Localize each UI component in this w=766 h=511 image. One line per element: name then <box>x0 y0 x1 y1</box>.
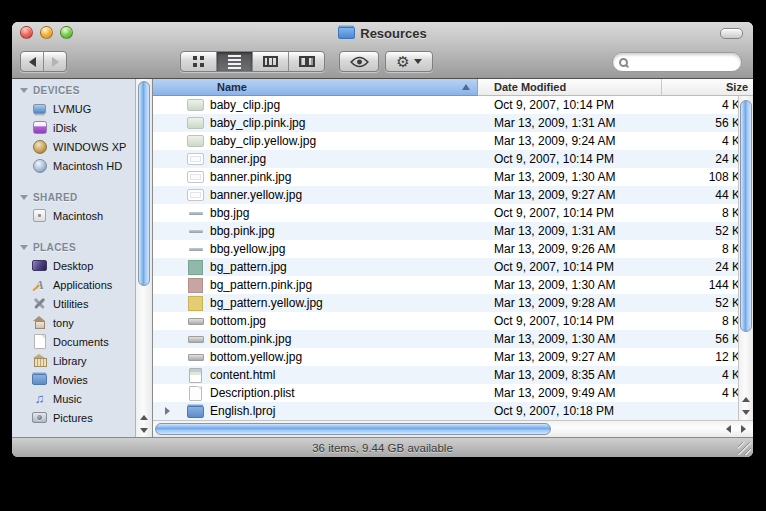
table-row[interactable]: bottom.yellow.jpgMar 13, 2009, 9:27 AM12… <box>153 348 753 366</box>
sidebar-item-label: Macintosh HD <box>53 160 122 172</box>
table-row[interactable]: baby_clip.pink.jpgMar 13, 2009, 1:31 AM5… <box>153 114 753 132</box>
scroll-up-button[interactable] <box>739 393 753 406</box>
scroll-up-button[interactable] <box>136 411 152 424</box>
table-row[interactable]: banner.yellow.jpgMar 13, 2009, 9:27 AM44… <box>153 186 753 204</box>
windows-sphere-icon <box>32 139 47 154</box>
date-modified-cell: Oct 9, 2007, 10:18 PM <box>478 404 662 418</box>
table-row[interactable]: baby_clip.jpgOct 9, 2007, 10:14 PM4 KB <box>153 96 753 114</box>
sidebar-item-macintosh[interactable]: Macintosh <box>12 206 135 225</box>
scroll-left-button[interactable] <box>721 421 736 437</box>
disclosure-triangle-icon[interactable] <box>159 407 175 415</box>
scroll-right-button[interactable] <box>736 421 751 437</box>
name-cell: bottom.yellow.jpg <box>153 349 478 365</box>
table-row[interactable]: baby_clip.yellow.jpgMar 13, 2009, 9:24 A… <box>153 132 753 150</box>
pictures-icon <box>32 410 47 425</box>
name-cell: English.lproj <box>153 403 478 419</box>
column-view-icon <box>263 56 278 67</box>
table-row[interactable]: bbg.pink.jpgMar 13, 2009, 1:31 AM52 KB <box>153 222 753 240</box>
sidebar-section-label: DEVICES <box>33 85 80 96</box>
date-modified-cell: Mar 13, 2009, 8:35 AM <box>478 368 662 382</box>
applications-icon <box>32 277 47 292</box>
vertical-scrollbar-thumb[interactable] <box>740 100 752 332</box>
table-row[interactable]: bottom.pink.jpgMar 13, 2009, 1:30 AM56 K… <box>153 330 753 348</box>
column-header-name[interactable]: Name <box>153 79 478 96</box>
sidebar-item-library[interactable]: Library <box>12 351 135 370</box>
table-row[interactable]: bbg.jpgOct 9, 2007, 10:14 PM8 KB <box>153 204 753 222</box>
sidebar-section-header-devices[interactable]: DEVICES <box>12 81 135 99</box>
table-row[interactable]: content.htmlMar 13, 2009, 8:35 AM4 KB <box>153 366 753 384</box>
name-cell: Description.plist <box>153 385 478 401</box>
sidebar-scrollbar-arrows <box>136 411 152 437</box>
scroll-down-button[interactable] <box>136 424 152 437</box>
table-row[interactable]: bg_pattern.yellow.jpgMar 13, 2009, 9:28 … <box>153 294 753 312</box>
sidebar-item-macintosh-hd[interactable]: Macintosh HD <box>12 156 135 175</box>
jpeg-thumb-outline <box>187 187 204 203</box>
sidebar-item-label: iDisk <box>53 122 77 134</box>
toolbar-toggle-button[interactable] <box>720 28 743 39</box>
sidebar-section-header-shared[interactable]: SHARED <box>12 188 135 206</box>
name-cell: bbg.pink.jpg <box>153 223 478 239</box>
sidebar-item-applications[interactable]: Applications <box>12 275 135 294</box>
column-header-date-modified[interactable]: Date Modified <box>478 79 662 96</box>
column-header-size[interactable]: Size <box>662 79 753 96</box>
name-cell: bottom.pink.jpg <box>153 331 478 347</box>
name-cell: baby_clip.yellow.jpg <box>153 133 478 149</box>
scroll-down-button[interactable] <box>739 406 753 419</box>
name-cell: bg_pattern.pink.jpg <box>153 277 478 293</box>
sidebar-scrollbar-thumb[interactable] <box>138 81 150 286</box>
sidebar-item-tony[interactable]: tony <box>12 313 135 332</box>
jpeg-thumb-bar <box>187 313 204 329</box>
desktop-icon <box>32 258 47 273</box>
list-view-button[interactable] <box>217 52 253 71</box>
sidebar-section-label: PLACES <box>33 242 76 253</box>
table-row[interactable]: bbg.yellow.jpgMar 13, 2009, 9:26 AM8 KB <box>153 240 753 258</box>
vertical-scrollbar[interactable] <box>738 96 753 420</box>
sidebar: DEVICESLVMUGiDiskWINDOWS XPMacintosh HDS… <box>12 79 135 437</box>
sidebar-section-header-places[interactable]: PLACES <box>12 238 135 256</box>
sidebar-item-windows-xp[interactable]: WINDOWS XP <box>12 137 135 156</box>
sidebar-item-documents[interactable]: Documents <box>12 332 135 351</box>
file-name: bbg.pink.jpg <box>210 224 275 238</box>
sidebar-item-lvmug[interactable]: LVMUG <box>12 99 135 118</box>
quicklook-button[interactable] <box>339 51 379 72</box>
coverflow-view-button[interactable] <box>289 52 324 71</box>
titlebar[interactable]: Resources <box>12 22 753 44</box>
sidebar-item-movies[interactable]: Movies <box>12 370 135 389</box>
table-row[interactable]: bg_pattern.jpgOct 9, 2007, 10:14 PM24 KB <box>153 258 753 276</box>
name-cell: banner.pink.jpg <box>153 169 478 185</box>
table-row[interactable]: Description.plistMar 13, 2009, 9:49 AM4 … <box>153 384 753 402</box>
forward-button[interactable] <box>44 52 66 71</box>
search-field[interactable] <box>612 52 742 72</box>
horizontal-scrollbar[interactable] <box>153 420 753 437</box>
sidebar-item-pictures[interactable]: Pictures <box>12 408 135 427</box>
table-row[interactable]: banner.pink.jpgMar 13, 2009, 1:30 AM108 … <box>153 168 753 186</box>
jpeg-thumb-light <box>187 115 204 131</box>
jpeg-thumb-teal <box>187 259 204 275</box>
sidebar-scrollbar[interactable] <box>135 79 153 437</box>
table-row[interactable]: English.lprojOct 9, 2007, 10:18 PM-- <box>153 402 753 420</box>
sidebar-item-utilities[interactable]: Utilities <box>12 294 135 313</box>
file-name: baby_clip.yellow.jpg <box>210 134 316 148</box>
table-row[interactable]: bottom.jpgOct 9, 2007, 10:14 PM8 KB <box>153 312 753 330</box>
vertical-scrollbar-arrows <box>739 393 753 419</box>
sidebar-item-desktop[interactable]: Desktop <box>12 256 135 275</box>
arrow-up-icon <box>140 415 148 420</box>
action-button[interactable]: ⚙ <box>385 51 433 72</box>
sidebar-section-label: SHARED <box>33 192 78 203</box>
resize-grip[interactable] <box>738 442 751 455</box>
date-modified-cell: Oct 9, 2007, 10:14 PM <box>478 206 662 220</box>
search-input[interactable] <box>632 55 735 69</box>
coverflow-view-icon <box>299 56 315 67</box>
back-button[interactable] <box>21 52 44 71</box>
sidebar-item-idisk[interactable]: iDisk <box>12 118 135 137</box>
table-row[interactable]: bg_pattern.pink.jpgMar 13, 2009, 1:30 AM… <box>153 276 753 294</box>
date-modified-cell: Mar 13, 2009, 9:28 AM <box>478 296 662 310</box>
gear-icon: ⚙ <box>396 54 409 69</box>
icon-view-button[interactable] <box>181 52 217 71</box>
horizontal-scrollbar-thumb[interactable] <box>155 423 551 435</box>
column-view-button[interactable] <box>253 52 289 71</box>
movies-icon <box>32 372 47 387</box>
table-row[interactable]: banner.jpgOct 9, 2007, 10:14 PM24 KB <box>153 150 753 168</box>
sidebar-item-music[interactable]: Music <box>12 389 135 408</box>
file-name: bottom.jpg <box>210 314 266 328</box>
